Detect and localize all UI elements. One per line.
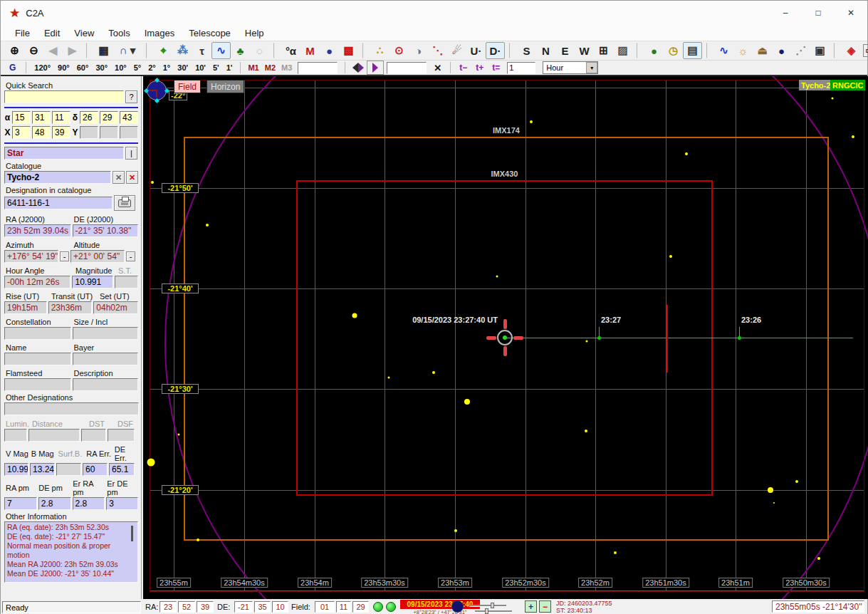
center-target-icon[interactable]: ⌖ (154, 42, 173, 59)
marker-m1-button[interactable]: M1 (245, 63, 261, 73)
separator[interactable] (706, 43, 713, 58)
minimize-button[interactable]: – (769, 1, 802, 25)
full-sky-icon[interactable]: ⊞ (594, 42, 613, 59)
tab-field[interactable]: Field (174, 80, 201, 93)
other-information-box[interactable]: RA (eq. date): 23h 53m 52.30sDE (eq. dat… (4, 521, 138, 583)
time-slider[interactable] (469, 603, 506, 608)
ra-h-input[interactable] (12, 111, 31, 124)
star[interactable] (352, 313, 357, 318)
ra-m-input[interactable] (32, 111, 51, 124)
time-minus-button[interactable]: t− (455, 63, 471, 73)
ra-s-status[interactable]: 39 (197, 601, 214, 613)
star[interactable] (768, 487, 773, 493)
landscape-tree-icon[interactable]: ♣ (231, 42, 250, 59)
de-s-status[interactable]: 10 (272, 601, 288, 613)
separator[interactable] (146, 43, 152, 58)
star[interactable] (178, 434, 180, 436)
earth-icon[interactable]: ● (644, 42, 664, 59)
current-time-display[interactable]: 09/15/2023 23:27:40 (400, 600, 480, 609)
zoom-out-icon[interactable]: ⊖ (24, 42, 43, 59)
nebula-icon[interactable]: ⊙ (389, 42, 409, 59)
marker-m3-button[interactable]: M3 (278, 63, 295, 73)
fov-120deg[interactable]: 120° (31, 63, 54, 73)
field-m-status[interactable]: 11 (336, 601, 351, 613)
designation-field[interactable]: 6411-116-1 (4, 197, 113, 209)
close-button[interactable]: ✕ (835, 1, 867, 25)
orientation-compass-icon[interactable] (145, 78, 169, 103)
milky-way-icon[interactable]: ∿ (211, 42, 231, 59)
x2-input[interactable] (32, 126, 51, 139)
star[interactable] (614, 551, 617, 554)
d-toggle-icon[interactable]: D· (486, 42, 505, 59)
south-button[interactable]: S (517, 42, 536, 59)
flip-horizontal-icon[interactable] (350, 61, 367, 75)
field-s-status[interactable]: 29 (352, 601, 369, 613)
sun-icon[interactable]: ☼ (733, 42, 753, 59)
star[interactable] (147, 459, 155, 467)
night-mode-icon[interactable]: ● (772, 42, 791, 59)
star[interactable] (530, 120, 533, 123)
dome-dropdown-icon[interactable]: ∩ ▾ (113, 42, 142, 59)
flip-vertical-icon[interactable] (367, 61, 384, 75)
fov-2deg[interactable]: 2° (145, 63, 160, 73)
x3-input[interactable] (52, 126, 70, 139)
star[interactable] (151, 181, 154, 184)
fov-90deg[interactable]: 90° (54, 63, 73, 73)
tau-labels-icon[interactable]: τ (192, 42, 211, 59)
asteroids-icon[interactable]: ⋱ (428, 42, 447, 59)
fov-30min[interactable]: 30' (174, 63, 192, 73)
comet-icon[interactable]: ☄ (447, 42, 466, 59)
sky-chart[interactable]: IMX174IMX430 -21°50'-21°40'-21°30'-21°20… (143, 76, 868, 599)
separator[interactable] (637, 43, 643, 58)
star[interactable] (454, 529, 457, 532)
separator[interactable] (509, 43, 516, 58)
time-plus-button[interactable]: t+ (471, 63, 488, 73)
help-button[interactable]: ? (125, 90, 137, 103)
messier-icon[interactable]: M (300, 42, 320, 59)
frame-grid-icon[interactable]: ▩ (339, 42, 358, 59)
star[interactable] (669, 255, 672, 258)
moon-phase-icon[interactable]: ◑ (409, 42, 428, 59)
y2-input[interactable] (100, 126, 118, 139)
fov-5min[interactable]: 5' (209, 63, 223, 73)
menu-file[interactable]: File (8, 26, 37, 40)
star[interactable] (685, 152, 688, 155)
back-icon[interactable]: ◀ (43, 42, 63, 59)
star[interactable] (832, 98, 834, 100)
y1-input[interactable] (80, 126, 98, 139)
catalogue-clear-icon[interactable]: ✕ (113, 171, 125, 184)
clear-button[interactable]: ✕ (429, 63, 446, 73)
separator[interactable] (273, 43, 280, 58)
time-set-button[interactable]: t= (488, 63, 504, 73)
print-button[interactable] (114, 195, 135, 211)
alpha-grid-icon[interactable]: °α (281, 42, 300, 59)
separator[interactable] (86, 43, 93, 58)
trail-icon[interactable]: ⋰ (791, 42, 810, 59)
fov-10min[interactable]: 10' (192, 63, 209, 73)
dec-d-input[interactable] (80, 111, 98, 124)
fov-30deg[interactable]: 30° (92, 63, 111, 73)
catalogue-field[interactable]: Tycho-2 (4, 171, 111, 184)
dec-s-input[interactable] (120, 111, 138, 124)
star[interactable] (388, 377, 390, 379)
separator[interactable] (834, 43, 840, 58)
grid-icon[interactable]: ▦ (94, 42, 113, 59)
star[interactable] (496, 276, 498, 278)
marker-input[interactable] (298, 62, 338, 74)
star[interactable] (817, 557, 820, 560)
star[interactable] (773, 502, 775, 504)
star[interactable] (432, 371, 435, 374)
fov-ellipse-icon[interactable]: ◌ (250, 42, 269, 59)
menu-images[interactable]: Images (137, 26, 182, 40)
time-decrease-button[interactable]: − (539, 600, 551, 613)
north-button[interactable]: N (536, 42, 555, 59)
goto-button[interactable]: G (9, 63, 16, 73)
star[interactable] (852, 135, 854, 138)
fov-60deg[interactable]: 60° (73, 63, 93, 73)
y3-input[interactable] (120, 126, 138, 139)
fov-5deg[interactable]: 5° (130, 63, 145, 73)
star[interactable] (586, 340, 588, 343)
maximize-button[interactable]: □ (802, 1, 835, 25)
fov-1min[interactable]: 1' (223, 63, 236, 73)
tab-horizon[interactable]: Horizon (206, 80, 244, 93)
